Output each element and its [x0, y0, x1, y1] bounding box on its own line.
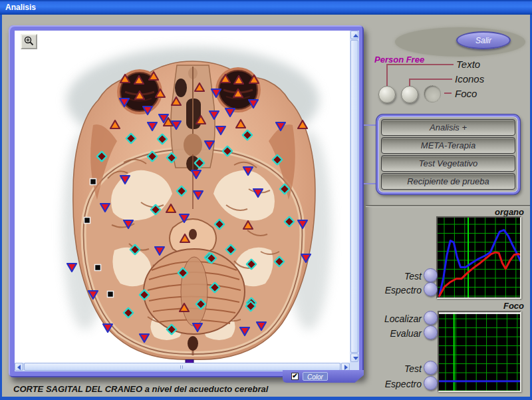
marker-down[interactable]: [179, 214, 190, 224]
test-button-foco[interactable]: [424, 361, 438, 375]
menu-button-test-vegetativo[interactable]: Test Vegetativo: [381, 155, 515, 172]
marker-down[interactable]: [123, 220, 134, 230]
marker-diamond[interactable]: [214, 219, 225, 230]
marker-down[interactable]: [256, 321, 267, 331]
marker-down[interactable]: [209, 110, 220, 120]
marker-down[interactable]: [139, 333, 150, 343]
marker-down[interactable]: [192, 323, 203, 333]
marker-down[interactable]: [119, 98, 130, 108]
marker-down[interactable]: [243, 166, 254, 176]
marker-square[interactable]: [94, 264, 102, 272]
marker-up[interactable]: [233, 75, 245, 85]
marker-down[interactable]: [120, 175, 131, 185]
marker-diamond[interactable]: [166, 324, 178, 335]
marker-down[interactable]: [253, 188, 264, 198]
marker-down[interactable]: [297, 220, 309, 230]
menu-button-recipiente[interactable]: Recipiente de prueba: [381, 173, 515, 190]
marker-up[interactable]: [134, 75, 145, 85]
marker-diamond[interactable]: [274, 256, 285, 268]
marker-up[interactable]: [110, 120, 121, 130]
marker-down[interactable]: [204, 140, 215, 150]
marker-down[interactable]: [211, 89, 222, 99]
title-bar[interactable]: Analisis: [0, 0, 532, 15]
marker-down[interactable]: [154, 246, 166, 256]
marker-up[interactable]: [120, 74, 131, 84]
vertical-scrollbar[interactable]: [350, 31, 359, 363]
marker-down[interactable]: [100, 203, 111, 213]
marker-diamond[interactable]: [176, 186, 188, 197]
marker-diamond[interactable]: [147, 151, 158, 162]
marker-down[interactable]: [142, 106, 154, 116]
marker-up[interactable]: [180, 234, 191, 244]
marker-diamond[interactable]: [96, 151, 108, 162]
marker-down[interactable]: [275, 122, 287, 132]
scroll-left-button[interactable]: [15, 363, 23, 371]
marker-diamond[interactable]: [123, 307, 134, 319]
marker-square[interactable]: [89, 178, 97, 186]
marker-down[interactable]: [215, 126, 227, 136]
marker-up[interactable]: [166, 204, 177, 214]
horizontal-scroll-thumb[interactable]: [24, 363, 340, 371]
marker-up[interactable]: [155, 89, 166, 99]
marker-up[interactable]: [134, 91, 146, 100]
marker-diamond[interactable]: [178, 268, 189, 279]
marker-diamond[interactable]: [196, 299, 207, 310]
marker-diamond[interactable]: [246, 259, 257, 270]
scroll-right-button[interactable]: [341, 363, 350, 371]
espectro-button-foco[interactable]: [424, 376, 438, 390]
localizar-button[interactable]: [424, 311, 438, 325]
marker-down[interactable]: [301, 254, 312, 264]
espectro-button-organo[interactable]: [424, 282, 438, 296]
marker-down[interactable]: [193, 190, 204, 200]
marker-up[interactable]: [243, 220, 254, 230]
marker-down[interactable]: [248, 99, 259, 109]
marker-diamond[interactable]: [222, 146, 233, 157]
marker-up[interactable]: [249, 75, 260, 85]
evaluar-button[interactable]: [424, 325, 438, 339]
marker-up[interactable]: [148, 71, 160, 81]
marker-diamond[interactable]: [209, 282, 221, 294]
salir-button[interactable]: Salir: [456, 31, 511, 49]
marker-down[interactable]: [66, 263, 78, 273]
marker-diamond[interactable]: [194, 158, 205, 169]
marker-diamond[interactable]: [157, 134, 168, 145]
marker-diamond[interactable]: [150, 204, 162, 216]
marker-diamond[interactable]: [272, 154, 283, 166]
anatomy-viewport[interactable]: [15, 31, 350, 363]
marker-diamond[interactable]: [245, 301, 257, 312]
marker-down[interactable]: [147, 122, 158, 132]
scroll-up-button[interactable]: [350, 31, 358, 39]
mode-button-foco[interactable]: [424, 85, 441, 102]
marker-up[interactable]: [235, 119, 247, 129]
mode-button-texto[interactable]: [378, 86, 396, 103]
menu-button-analisis[interactable]: Analisis +: [381, 119, 515, 136]
marker-diamond[interactable]: [126, 133, 137, 144]
marker-up[interactable]: [220, 74, 231, 84]
marker-up[interactable]: [171, 97, 182, 106]
marker-up[interactable]: [194, 83, 205, 93]
marker-down[interactable]: [88, 290, 99, 300]
marker-diamond[interactable]: [225, 244, 237, 256]
marker-diamond[interactable]: [279, 184, 291, 195]
scroll-down-button[interactable]: [350, 353, 358, 362]
marker-down[interactable]: [225, 108, 236, 118]
zoom-tool-button[interactable]: [21, 34, 37, 49]
marker-up[interactable]: [196, 115, 207, 125]
marker-diamond[interactable]: [130, 244, 141, 256]
marker-down[interactable]: [239, 327, 251, 337]
marker-down[interactable]: [171, 120, 182, 130]
marker-diamond[interactable]: [206, 253, 217, 264]
marker-down[interactable]: [158, 114, 170, 124]
marker-down[interactable]: [191, 170, 202, 180]
marker-square[interactable]: [83, 216, 91, 224]
vertical-scroll-thumb[interactable]: [350, 40, 358, 353]
marker-up[interactable]: [297, 120, 309, 130]
marker-diamond[interactable]: [284, 216, 295, 228]
color-checkbox[interactable]: ✔: [291, 373, 299, 380]
marker-up[interactable]: [179, 303, 190, 313]
marker-diamond[interactable]: [139, 290, 150, 301]
test-button-organo[interactable]: [424, 268, 438, 282]
marker-up[interactable]: [233, 89, 244, 99]
marker-down[interactable]: [102, 323, 114, 333]
marker-diamond[interactable]: [242, 130, 253, 141]
